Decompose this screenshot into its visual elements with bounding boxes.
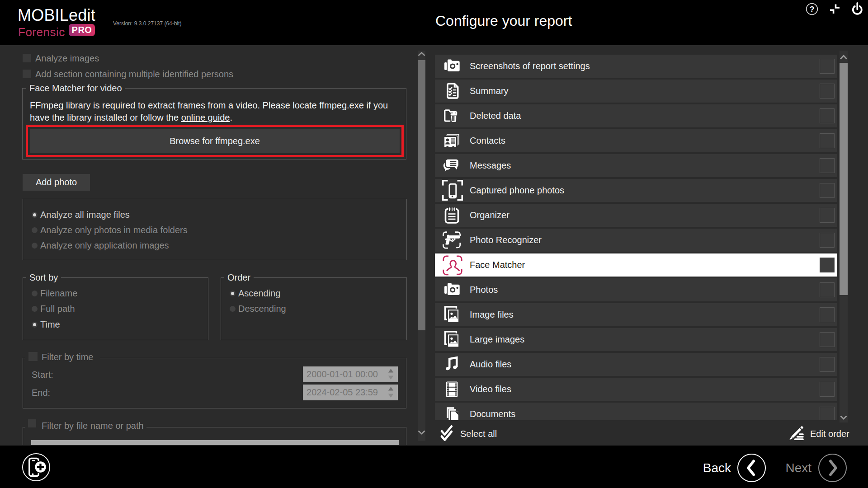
svg-text:?: ? [810,5,815,14]
